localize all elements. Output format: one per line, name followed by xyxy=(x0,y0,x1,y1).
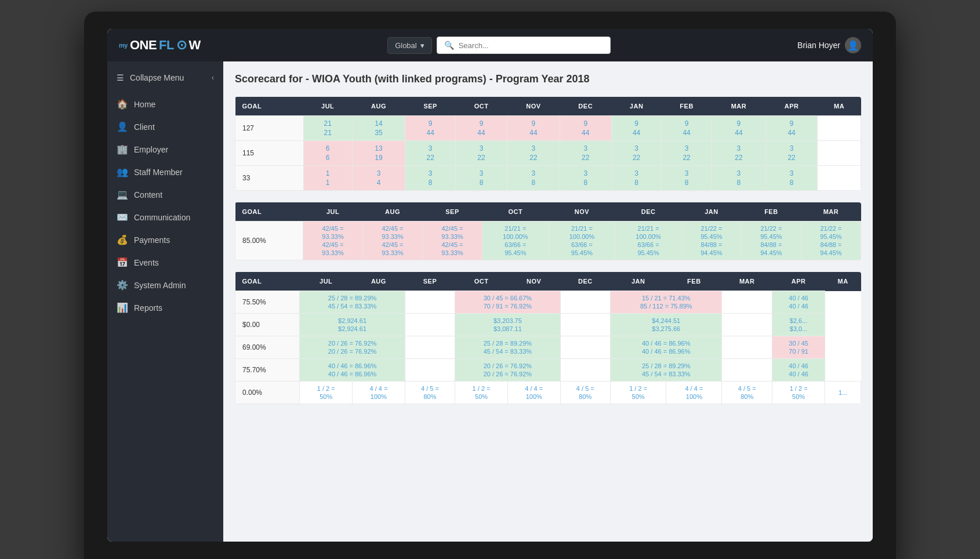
table3-header-feb: FEB xyxy=(666,272,722,291)
table1-header-goal: GOAL xyxy=(235,97,304,116)
sidebar-item-reports-label: Reports xyxy=(134,303,162,313)
table-cell: 20 / 26 = 76.92% 20 / 26 = 76.92% xyxy=(300,336,405,359)
table-cell: 21/22 = 95.45% 84/88 = 94.45% xyxy=(741,222,801,260)
table2-header-jan: JAN xyxy=(681,202,741,222)
table-cell: 38 xyxy=(405,166,456,191)
table-cell: 40 / 46 40 / 46 xyxy=(772,291,825,314)
sidebar-item-home-label: Home xyxy=(134,100,155,109)
table-cell: 322 xyxy=(405,141,456,166)
sidebar-item-payments[interactable]: 💰 Payments xyxy=(107,228,223,251)
sidebar-item-events-label: Events xyxy=(134,258,159,267)
row-goal-000pct: 0.00% xyxy=(235,382,300,404)
collapse-menu-left: ☰ Collapse Menu xyxy=(117,73,184,82)
table-cell: 322 xyxy=(611,141,662,166)
table-cell: 1319 xyxy=(352,141,405,166)
table-cell: 322 xyxy=(766,141,818,166)
table1-header-jan: JAN xyxy=(611,97,662,116)
table-cell xyxy=(405,291,455,314)
table-cell: 40 / 46 = 86.96% 40 / 46 = 86.96% xyxy=(611,336,722,359)
table1-header-may: MA xyxy=(818,97,861,116)
sidebar-item-content[interactable]: 💻 Content xyxy=(107,183,223,206)
table-cell: $3,203.75 $3,087.11 xyxy=(455,314,560,336)
table2-header-mar: MAR xyxy=(801,202,861,222)
table1-header-nov: NOV xyxy=(507,97,560,116)
table-cell: 322 xyxy=(507,141,560,166)
sidebar-item-payments-label: Payments xyxy=(134,235,170,245)
table-cell: 4 / 4 = 100% xyxy=(353,382,405,404)
table-cell: 1 / 2 = 50% xyxy=(772,382,825,404)
table-cell: 4 / 5 = 80% xyxy=(560,382,610,404)
row-goal-7550: 75.50% xyxy=(235,291,300,314)
table-row: 115 66 1319 322 322 322 322 322 322 322 … xyxy=(235,141,861,166)
scorecard-table-1: GOAL JUL AUG SEP OCT NOV DEC JAN FEB MAR… xyxy=(235,97,861,191)
table-cell: 38 xyxy=(507,166,560,191)
table-cell: 1 / 2 = 50% xyxy=(300,382,353,404)
table-cell: 66 xyxy=(303,141,352,166)
table-cell: 30 / 45 = 66.67% 70 / 91 = 76.92% xyxy=(455,291,560,314)
table-row: 127 2121 1435 944 944 944 944 944 944 94… xyxy=(235,116,861,141)
sidebar-item-communication[interactable]: ✉️ Communication xyxy=(107,206,223,228)
sidebar-item-system-admin[interactable]: ⚙️ System Admin xyxy=(107,274,223,296)
row-goal-6900: 69.00% xyxy=(235,336,300,359)
sidebar-item-home[interactable]: 🏠 Home xyxy=(107,93,223,115)
user-info[interactable]: Brian Hoyer 👤 xyxy=(797,37,861,53)
search-input[interactable] xyxy=(459,41,603,50)
collapse-menu-button[interactable]: ☰ Collapse Menu ‹ xyxy=(107,67,223,88)
table-cell: 15 / 21 = 71.43% 85 / 112 = 75.89% xyxy=(611,291,722,314)
table-cell: 944 xyxy=(455,116,507,141)
table2-header-aug: AUG xyxy=(363,202,423,222)
table-cell xyxy=(722,314,772,336)
table-cell: 944 xyxy=(662,116,712,141)
sidebar-item-reports[interactable]: 📊 Reports xyxy=(107,296,223,319)
sidebar-item-events[interactable]: 📅 Events xyxy=(107,251,223,274)
logo-o: ⊙ xyxy=(176,38,187,53)
table-row: $0.00 $2,924.61 $2,924.61 $3,203.75 xyxy=(235,314,861,336)
row-goal-127: 127 xyxy=(235,116,304,141)
table1-header-oct: OCT xyxy=(455,97,507,116)
table2-header-sep: SEP xyxy=(423,202,482,222)
table-cell xyxy=(560,314,610,336)
sidebar: ☰ Collapse Menu ‹ 🏠 Home 👤 Client 🏢 Empl… xyxy=(107,61,223,542)
table3-header-nov: NOV xyxy=(507,272,560,291)
table-cell: 944 xyxy=(507,116,560,141)
collapse-menu-label: Collapse Menu xyxy=(130,73,184,82)
logo: myONEFL⊙W xyxy=(119,38,201,53)
table1-header-apr: APR xyxy=(766,97,818,116)
reports-icon: 📊 xyxy=(117,302,127,313)
table3-header-jan: JAN xyxy=(611,272,666,291)
table1-header-sep: SEP xyxy=(405,97,456,116)
table-cell: 25 / 28 = 89.29% 45 / 54 = 83.33% xyxy=(611,359,722,382)
table2-header-feb: FEB xyxy=(741,202,801,222)
sidebar-item-staff-member[interactable]: 👥 Staff Member xyxy=(107,161,223,183)
table2-header-goal: GOAL xyxy=(235,202,303,222)
avatar: 👤 xyxy=(845,37,861,53)
content-area: Scorecard for - WIOA Youth (with linked … xyxy=(223,61,873,542)
table2-header-nov: NOV xyxy=(549,202,615,222)
table-cell: 38 xyxy=(611,166,662,191)
table-cell: 322 xyxy=(662,141,712,166)
table-cell: 21/21 = 100.00% 63/66 = 95.45% xyxy=(482,222,549,260)
global-dropdown[interactable]: Global ▾ xyxy=(387,37,432,54)
top-bar: myONEFL⊙W Global ▾ 🔍 Brian Hoyer 👤 xyxy=(107,29,873,61)
table2-header-oct: OCT xyxy=(482,202,549,222)
table-cell: 322 xyxy=(560,141,611,166)
scorecard-table-3: GOAL JUL AUG SEP OCT NOV DEC JAN FEB MAR… xyxy=(235,272,861,404)
table-cell: 20 / 26 = 76.92% 20 / 26 = 76.92% xyxy=(455,359,560,382)
table-cell: 21/22 = 95.45% 84/88 = 94.45% xyxy=(681,222,741,260)
table-cell xyxy=(405,336,455,359)
table-cell: $4,244.51 $3,275.66 xyxy=(611,314,722,336)
table-cell: 38 xyxy=(766,166,818,191)
table3-header-mar: MAR xyxy=(722,272,772,291)
table-cell: $2,924.61 $2,924.61 xyxy=(300,314,405,336)
table-cell xyxy=(405,314,455,336)
sidebar-item-client[interactable]: 👤 Client xyxy=(107,115,223,138)
table-cell: 944 xyxy=(712,116,765,141)
home-icon: 🏠 xyxy=(117,99,127,110)
table-cell xyxy=(722,359,772,382)
sidebar-item-employer[interactable]: 🏢 Employer xyxy=(107,138,223,161)
row-goal-dollar: $0.00 xyxy=(235,314,300,336)
table-cell: 944 xyxy=(560,116,611,141)
table-row: 0.00% 1 / 2 = 50% 4 / 4 = 100% xyxy=(235,382,861,404)
table-cell: 322 xyxy=(455,141,507,166)
table-cell: 4 / 5 = 80% xyxy=(722,382,772,404)
